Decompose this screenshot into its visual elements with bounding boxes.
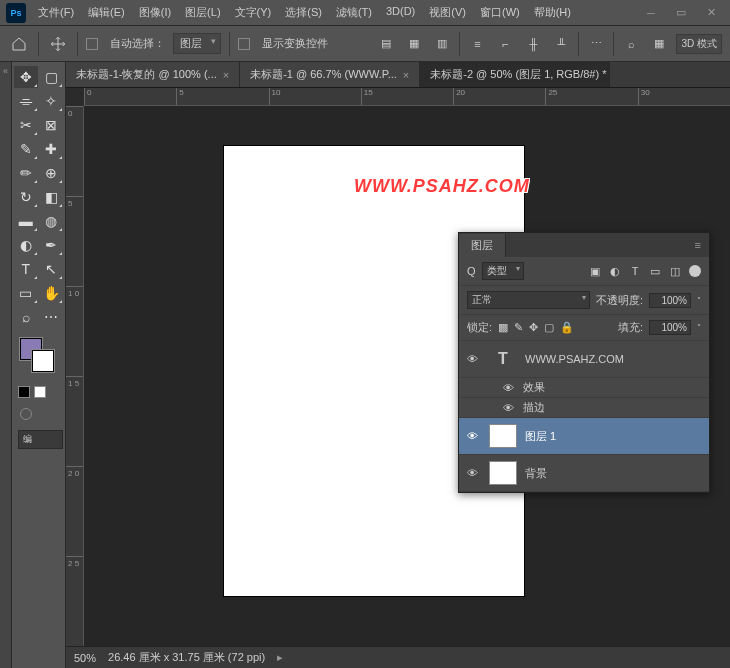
status-arrow-icon[interactable]: ▸ — [277, 651, 283, 664]
show-transform-checkbox[interactable] — [238, 38, 250, 50]
blur-tool[interactable]: ◍ — [40, 210, 64, 232]
doc-tab-1[interactable]: 未标题-1 @ 66.7% (WWW.P...× — [240, 62, 420, 87]
background-swatch[interactable] — [32, 350, 54, 372]
distribute-icon[interactable]: ≡ — [466, 33, 488, 55]
path-tool[interactable]: ↖ — [40, 258, 64, 280]
menu-file[interactable]: 文件(F) — [32, 1, 80, 24]
shape-tool[interactable]: ▭ — [14, 282, 38, 304]
panel-collapse-strip[interactable]: « — [0, 62, 12, 668]
arrange-icon[interactable]: ▦ — [648, 33, 670, 55]
close-button[interactable]: ✕ — [696, 3, 726, 23]
filter-adjust-icon[interactable]: ◐ — [609, 265, 621, 277]
gradient-tool[interactable]: ▬ — [14, 210, 38, 232]
layer-name[interactable]: 背景 — [525, 466, 547, 481]
filter-type-dropdown[interactable]: 类型 — [482, 262, 524, 280]
menu-layer[interactable]: 图层(L) — [179, 1, 226, 24]
align-right-icon[interactable]: ▥ — [431, 33, 453, 55]
lock-pos-icon[interactable]: ✥ — [529, 321, 538, 334]
lock-trans-icon[interactable]: ▩ — [498, 321, 508, 334]
lock-label: 锁定: — [467, 320, 492, 335]
type-tool[interactable]: T — [14, 258, 38, 280]
layer-stroke-row[interactable]: 👁描边 — [459, 398, 709, 418]
magic-wand-tool[interactable]: ✧ — [40, 90, 64, 112]
maximize-button[interactable]: ▭ — [666, 3, 696, 23]
close-icon[interactable]: × — [403, 69, 409, 81]
align-middle-icon[interactable]: ╫ — [522, 33, 544, 55]
stamp-tool[interactable]: ⊕ — [40, 162, 64, 184]
lasso-tool[interactable]: ⌯ — [14, 90, 38, 112]
minimize-button[interactable]: ─ — [636, 3, 666, 23]
filter-pixel-icon[interactable]: ▣ — [589, 265, 601, 277]
align-bottom-icon[interactable]: ╨ — [550, 33, 572, 55]
marquee-tool[interactable]: ▢ — [40, 66, 64, 88]
layer-thumb — [489, 461, 517, 485]
visibility-icon[interactable]: 👁 — [467, 467, 481, 479]
hand-tool[interactable]: ✋ — [40, 282, 64, 304]
layer-1[interactable]: 👁 图层 1 — [459, 418, 709, 455]
opacity-input[interactable] — [649, 293, 691, 308]
move-tool[interactable]: ✥ — [14, 66, 38, 88]
edit-toolbar[interactable]: ⋯ — [40, 306, 64, 328]
menu-image[interactable]: 图像(I) — [133, 1, 177, 24]
search-icon[interactable]: ⌕ — [620, 33, 642, 55]
brush-tool[interactable]: ✏ — [14, 162, 38, 184]
default-swatch-icon[interactable] — [18, 386, 30, 398]
zoom-level[interactable]: 50% — [74, 652, 96, 664]
lock-all-icon[interactable]: 🔒 — [560, 321, 574, 334]
crop-tool[interactable]: ✂ — [14, 114, 38, 136]
lock-artboard-icon[interactable]: ▢ — [544, 321, 554, 334]
auto-select-dropdown[interactable]: 图层 — [173, 33, 221, 54]
menu-help[interactable]: 帮助(H) — [528, 1, 577, 24]
fill-input[interactable] — [649, 320, 691, 335]
dodge-tool[interactable]: ◐ — [14, 234, 38, 256]
align-center-icon[interactable]: ▦ — [403, 33, 425, 55]
blend-mode-dropdown[interactable]: 正常 — [467, 291, 590, 309]
close-icon[interactable]: × — [223, 69, 229, 81]
align-left-icon[interactable]: ▤ — [375, 33, 397, 55]
layers-tab[interactable]: 图层 — [459, 234, 506, 257]
doc-tab-0[interactable]: 未标题-1-恢复的 @ 100% (...× — [66, 62, 240, 87]
panel-menu-icon[interactable]: ≡ — [687, 239, 709, 251]
opacity-chevron-icon[interactable]: ˅ — [697, 296, 701, 305]
swap-swatch-icon[interactable] — [34, 386, 46, 398]
filter-toggle-icon[interactable] — [689, 265, 701, 277]
menu-select[interactable]: 选择(S) — [279, 1, 328, 24]
layer-name[interactable]: 图层 1 — [525, 429, 556, 444]
filter-smart-icon[interactable]: ◫ — [669, 265, 681, 277]
auto-select-checkbox[interactable] — [86, 38, 98, 50]
history-brush-tool[interactable]: ↻ — [14, 186, 38, 208]
menu-window[interactable]: 窗口(W) — [474, 1, 526, 24]
frame-tool[interactable]: ⊠ — [40, 114, 64, 136]
move-tool-icon[interactable] — [47, 33, 69, 55]
fill-chevron-icon[interactable]: ˅ — [697, 323, 701, 332]
zoom-tool[interactable]: ⌕ — [14, 306, 38, 328]
eraser-tool[interactable]: ◧ — [40, 186, 64, 208]
filter-type-icon[interactable]: T — [629, 265, 641, 277]
visibility-icon[interactable]: 👁 — [503, 382, 517, 394]
screen-mode-button[interactable]: 编 — [18, 430, 63, 449]
document-info[interactable]: 26.46 厘米 x 31.75 厘米 (72 ppi) — [108, 650, 265, 665]
menu-edit[interactable]: 编辑(E) — [82, 1, 131, 24]
filter-shape-icon[interactable]: ▭ — [649, 265, 661, 277]
lock-paint-icon[interactable]: ✎ — [514, 321, 523, 334]
doc-tab-2[interactable]: 未标题-2 @ 50% (图层 1, RGB/8#) *× — [420, 62, 610, 87]
3d-mode-button[interactable]: 3D 模式 — [676, 34, 722, 54]
menu-3d[interactable]: 3D(D) — [380, 1, 421, 24]
home-icon[interactable] — [8, 33, 30, 55]
eyedropper-tool[interactable]: ✎ — [14, 138, 38, 160]
pen-tool[interactable]: ✒ — [40, 234, 64, 256]
align-top-icon[interactable]: ⌐ — [494, 33, 516, 55]
layer-name[interactable]: WWW.PSAHZ.COM — [525, 353, 624, 365]
healing-tool[interactable]: ✚ — [40, 138, 64, 160]
quickmask-icon[interactable] — [20, 408, 32, 420]
menu-view[interactable]: 视图(V) — [423, 1, 472, 24]
menu-filter[interactable]: 滤镜(T) — [330, 1, 378, 24]
layer-background[interactable]: 👁 背景 — [459, 455, 709, 492]
visibility-icon[interactable]: 👁 — [467, 430, 481, 442]
layer-text[interactable]: 👁 T WWW.PSAHZ.COM — [459, 341, 709, 378]
visibility-icon[interactable]: 👁 — [467, 353, 481, 365]
more-icon[interactable]: ⋯ — [585, 33, 607, 55]
visibility-icon[interactable]: 👁 — [503, 402, 517, 414]
menu-type[interactable]: 文字(Y) — [229, 1, 278, 24]
layer-fx-row[interactable]: 👁效果 — [459, 378, 709, 398]
